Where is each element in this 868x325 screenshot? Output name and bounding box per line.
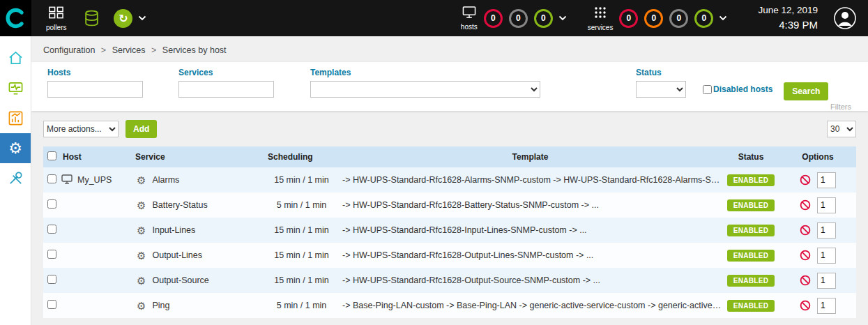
row-checkbox[interactable] — [47, 275, 56, 284]
row-checkbox[interactable] — [47, 300, 56, 309]
centreon-logo[interactable] — [0, 0, 31, 36]
pollers-icon — [48, 6, 64, 22]
options-input[interactable] — [817, 197, 836, 213]
services-filter-input[interactable] — [178, 81, 274, 98]
sidebar: ⚙ — [0, 36, 31, 325]
hosts-down-counter[interactable]: 0 — [484, 9, 503, 28]
row-checkbox[interactable] — [47, 225, 56, 234]
add-button[interactable]: Add — [125, 120, 157, 138]
hosts-unreachable-counter[interactable]: 0 — [509, 9, 528, 28]
status-badge: ENABLED — [727, 275, 775, 287]
filter-templates: Templates — [310, 68, 540, 98]
services-warning-counter[interactable]: 0 — [644, 9, 663, 28]
poller-dropdown-chevron-icon[interactable] — [138, 15, 146, 21]
filter-services: Services — [178, 68, 274, 98]
services-icon — [593, 6, 607, 22]
hosts-dropdown-chevron-icon[interactable] — [558, 15, 567, 21]
disable-icon[interactable] — [800, 199, 811, 211]
col-header-status: Status — [722, 146, 779, 167]
sidebar-item-reporting[interactable] — [0, 103, 31, 133]
refresh-glyph: ↻ — [119, 12, 128, 25]
sidebar-item-monitoring[interactable] — [0, 73, 31, 103]
breadcrumb-configuration[interactable]: Configuration — [43, 45, 95, 55]
disabled-hosts-label: Disabled hosts — [713, 84, 772, 94]
service-gear-icon: ⚙ — [137, 175, 146, 186]
col-header-options: Options — [779, 146, 856, 167]
table-row: ⚙ Ping 5 min / 1 min -> Base-Ping-LAN-cu… — [43, 293, 856, 318]
disabled-hosts-checkbox[interactable] — [703, 85, 712, 94]
col-header-template: Template — [338, 146, 722, 167]
table-row: ⚙ Input-Lines 15 min / 1 min -> HW-UPS-S… — [43, 218, 856, 243]
options-input[interactable] — [817, 273, 836, 289]
disable-icon[interactable] — [800, 300, 811, 311]
main-content: Configuration > Services > Services by h… — [31, 36, 868, 325]
sidebar-item-configuration[interactable]: ⚙ — [0, 133, 31, 163]
table-row: ⚙ Battery-Status 5 min / 1 min -> HW-UPS… — [43, 192, 856, 218]
host-name[interactable]: My_UPS — [77, 175, 112, 185]
disable-icon[interactable] — [800, 174, 811, 186]
row-checkbox[interactable] — [47, 174, 56, 183]
table-header-row: Host Service Scheduling Template Status … — [43, 146, 856, 167]
disable-icon[interactable] — [800, 225, 811, 236]
service-name[interactable]: Output-Source — [152, 275, 208, 285]
search-button[interactable]: Search — [784, 82, 828, 100]
breadcrumb-services[interactable]: Services — [112, 45, 146, 55]
topbar-services[interactable]: services — [588, 6, 614, 31]
options-input[interactable] — [817, 298, 836, 314]
service-name[interactable]: Alarms — [152, 175, 179, 185]
status-filter-label: Status — [636, 68, 686, 77]
service-gear-icon: ⚙ — [137, 250, 146, 261]
filter-hosts: Hosts — [47, 68, 143, 98]
platform-status-icon[interactable]: ↻ — [114, 9, 132, 28]
disabled-hosts-toggle[interactable]: Disabled hosts — [703, 84, 772, 94]
status-filter-select[interactable] — [636, 81, 686, 98]
service-name[interactable]: Input-Lines — [152, 225, 195, 235]
sidebar-item-administration[interactable] — [0, 163, 31, 193]
disable-icon[interactable] — [800, 275, 811, 286]
breadcrumb-separator: > — [151, 45, 156, 55]
services-critical-counter[interactable]: 0 — [619, 9, 638, 28]
chart-icon — [8, 110, 24, 126]
row-checkbox[interactable] — [47, 250, 56, 259]
col-header-host: Host — [60, 146, 132, 167]
topbar-pollers[interactable]: pollers — [46, 6, 66, 31]
row-checkbox[interactable] — [47, 199, 56, 209]
services-dropdown-chevron-icon[interactable] — [719, 15, 727, 21]
more-actions-select[interactable]: More actions... — [43, 121, 119, 137]
services-unknown-counter[interactable]: 0 — [669, 9, 688, 28]
disable-icon[interactable] — [800, 250, 811, 261]
host-icon — [61, 174, 73, 186]
table-row: ⚙ Output-Lines 15 min / 1 min -> HW-UPS-… — [43, 243, 856, 268]
sidebar-item-home[interactable] — [0, 43, 31, 73]
profile-icon[interactable] — [833, 6, 857, 30]
templates-filter-select[interactable] — [310, 81, 540, 98]
breadcrumb-services-by-host[interactable]: Services by host — [162, 45, 227, 55]
scheduling-value: 15 min / 1 min — [265, 167, 338, 192]
table-row: ⚙ Output-Source 15 min / 1 min -> HW-UPS… — [43, 268, 856, 293]
hosts-label: hosts — [461, 24, 478, 31]
hosts-up-counter[interactable]: 0 — [534, 9, 553, 28]
options-input[interactable] — [817, 172, 836, 188]
hosts-filter-input[interactable] — [47, 81, 143, 98]
current-date: June 12, 2019 — [758, 4, 818, 17]
service-name[interactable]: Output-Lines — [152, 250, 202, 260]
tools-icon — [8, 170, 24, 186]
database-icon[interactable] — [83, 9, 100, 27]
select-all-checkbox[interactable] — [47, 151, 56, 160]
options-input[interactable] — [817, 248, 836, 264]
status-badge: ENABLED — [727, 199, 775, 211]
options-input[interactable] — [817, 222, 836, 239]
services-ok-counter[interactable]: 0 — [694, 9, 713, 28]
filters-link[interactable]: Filters — [830, 103, 851, 111]
services-label: services — [588, 24, 614, 31]
breadcrumb-separator: > — [101, 45, 106, 55]
page-size-select[interactable]: 30 — [827, 121, 856, 137]
topbar-hosts[interactable]: hosts — [461, 6, 478, 31]
template-chain: -> HW-UPS-Standard-Rfc1628-Output-Lines-… — [338, 243, 722, 268]
scheduling-value: 5 min / 1 min — [265, 293, 338, 318]
template-chain: -> HW-UPS-Standard-Rfc1628-Input-Lines-S… — [338, 218, 722, 243]
service-name[interactable]: Battery-Status — [152, 200, 207, 210]
service-name[interactable]: Ping — [152, 301, 169, 310]
home-icon — [8, 50, 24, 66]
template-chain: -> Base-Ping-LAN-custom -> Base-Ping-LAN… — [338, 293, 722, 318]
